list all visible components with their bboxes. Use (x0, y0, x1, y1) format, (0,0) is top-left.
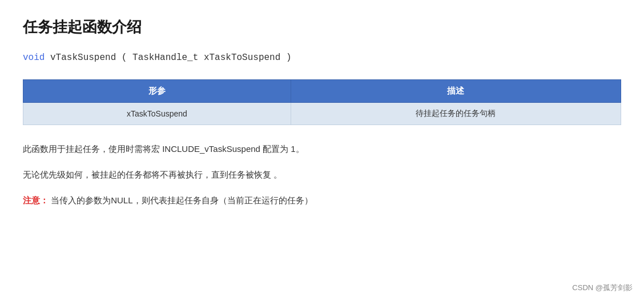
table-row: xTaskToSuspend 待挂起任务的任务句柄 (23, 102, 621, 125)
param-name: xTaskToSuspend (204, 53, 280, 63)
note-block: 注意： 当传入的参数为NULL，则代表挂起任务自身（当前正在运行的任务） (23, 192, 621, 208)
note-text: 当传入的参数为NULL，则代表挂起任务自身（当前正在运行的任务） (51, 195, 312, 205)
note-label: 注意： (23, 195, 49, 205)
param-type: TaskHandle_t (132, 53, 198, 63)
table-cell-description: 待挂起任务的任务句柄 (291, 102, 621, 125)
description-1: 此函数用于挂起任务，使用时需将宏 INCLUDE_vTaskSuspend 配置… (23, 141, 621, 156)
table-cell-param: xTaskToSuspend (23, 102, 291, 125)
function-signature: void vTaskSuspend ( TaskHandle_t xTaskTo… (23, 51, 621, 66)
close-paren: ) (286, 53, 292, 63)
watermark: CSDN @孤芳剑影 (572, 283, 633, 293)
page-title: 任务挂起函数介绍 (23, 17, 621, 37)
func-name-text: vTaskSuspend (50, 53, 116, 63)
table-header-param: 形参 (23, 79, 291, 102)
keyword: void (23, 53, 45, 63)
description-2: 无论优先级如何，被挂起的任务都将不再被执行，直到任务被恢复 。 (23, 167, 621, 182)
table-header-desc: 描述 (291, 79, 621, 102)
open-paren: ( (122, 53, 127, 63)
param-table: 形参 描述 xTaskToSuspend 待挂起任务的任务句柄 (23, 79, 621, 125)
